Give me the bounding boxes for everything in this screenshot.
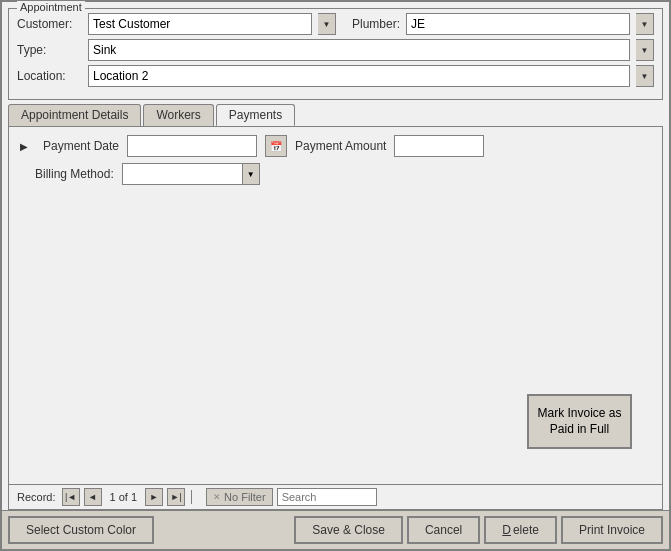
- nav-first-btn[interactable]: |◄: [62, 488, 80, 506]
- billing-dropdown-btn[interactable]: ▼: [242, 163, 260, 185]
- payment-date-row: ▶ Payment Date 📅 Payment Amount: [17, 135, 654, 157]
- nav-info: 1 of 1: [110, 491, 138, 503]
- no-filter-icon: ✕: [213, 492, 221, 502]
- plumber-label: Plumber:: [352, 17, 400, 31]
- customer-input[interactable]: [88, 13, 312, 35]
- tab-workers[interactable]: Workers: [143, 104, 213, 126]
- customer-plumber-row: Customer: ▼ Plumber: ▼: [17, 13, 654, 35]
- filter-section: ✕ No Filter: [206, 488, 377, 506]
- type-row: Type: ▼: [17, 39, 654, 61]
- type-dropdown-btn[interactable]: ▼: [636, 39, 654, 61]
- nav-last-btn[interactable]: ►|: [167, 488, 185, 506]
- tabs-container: Appointment Details Workers Payments: [8, 104, 663, 126]
- location-row: Location: ▼: [17, 65, 654, 87]
- payment-amount-label: Payment Amount: [295, 139, 386, 153]
- payment-date-label: Payment Date: [43, 139, 119, 153]
- nav-prev-btn[interactable]: ◄: [84, 488, 102, 506]
- tab-content: ▶ Payment Date 📅 Payment Amount Billing …: [8, 126, 663, 510]
- payments-content: ▶ Payment Date 📅 Payment Amount Billing …: [9, 127, 662, 484]
- no-filter-label: No Filter: [224, 491, 266, 503]
- location-label: Location:: [17, 69, 82, 83]
- billing-method-row: Billing Method: ▼: [35, 163, 654, 185]
- group-label: Appointment: [17, 1, 85, 13]
- billing-method-input[interactable]: [122, 163, 242, 185]
- record-pointer-icon: ▶: [17, 139, 31, 153]
- billing-select-wrapper: ▼: [122, 163, 260, 185]
- payment-date-input[interactable]: [127, 135, 257, 157]
- select-custom-color-button[interactable]: Select Custom Color: [8, 516, 154, 544]
- main-window: Appointment Customer: ▼ Plumber: ▼ Type:…: [0, 0, 671, 551]
- location-dropdown-btn[interactable]: ▼: [636, 65, 654, 87]
- delete-button[interactable]: Delete: [484, 516, 557, 544]
- record-label: Record:: [17, 491, 56, 503]
- tab-payments[interactable]: Payments: [216, 104, 295, 126]
- save-close-label: Save & Close: [312, 523, 385, 537]
- appointment-group: Appointment Customer: ▼ Plumber: ▼ Type:…: [8, 8, 663, 100]
- customer-dropdown-btn[interactable]: ▼: [318, 13, 336, 35]
- save-close-button[interactable]: Save & Close: [294, 516, 403, 544]
- no-filter-btn[interactable]: ✕ No Filter: [206, 488, 273, 506]
- print-invoice-button[interactable]: Print Invoice: [561, 516, 663, 544]
- cancel-button[interactable]: Cancel: [407, 516, 480, 544]
- location-input[interactable]: [88, 65, 630, 87]
- type-input[interactable]: [88, 39, 630, 61]
- plumber-input[interactable]: [406, 13, 630, 35]
- billing-method-label: Billing Method:: [35, 167, 114, 181]
- plumber-dropdown-btn[interactable]: ▼: [636, 13, 654, 35]
- nav-next-btn[interactable]: ►: [145, 488, 163, 506]
- type-label: Type:: [17, 43, 82, 57]
- record-navigator: Record: |◄ ◄ 1 of 1 ► ►| ✕ No Filter: [9, 484, 662, 509]
- search-input[interactable]: [277, 488, 377, 506]
- calendar-icon-btn[interactable]: 📅: [265, 135, 287, 157]
- nav-divider: [191, 490, 192, 504]
- payment-amount-input[interactable]: [394, 135, 484, 157]
- customer-label: Customer:: [17, 17, 82, 31]
- mark-invoice-button[interactable]: Mark Invoice as Paid in Full: [527, 394, 632, 449]
- bottom-toolbar: Select Custom Color Save & Close Cancel …: [2, 510, 669, 549]
- tab-appointment-details[interactable]: Appointment Details: [8, 104, 141, 126]
